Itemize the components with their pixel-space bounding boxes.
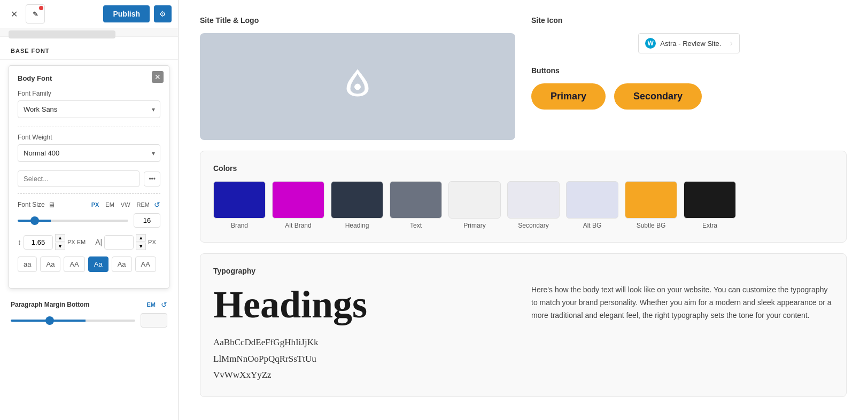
top-bar: ✕ ✎ Publish ⚙ bbox=[0, 0, 178, 28]
para-margin-slider[interactable] bbox=[11, 320, 135, 322]
primary-button-example[interactable]: Primary bbox=[531, 83, 606, 110]
font-size-reset[interactable]: ↺ bbox=[154, 200, 160, 209]
color-swatch bbox=[272, 181, 324, 219]
lh-unit: PX EM bbox=[67, 239, 86, 245]
font-size-slider-row bbox=[18, 213, 160, 228]
settings-button[interactable]: ⚙ bbox=[154, 5, 172, 22]
variant-row: ••• bbox=[18, 170, 160, 187]
body-text-preview: Here's how the body text will look like … bbox=[531, 284, 833, 322]
colors-grid: Brand Alt Brand Heading Text Primary Sec… bbox=[213, 181, 833, 229]
line-height-row: ↕ ▲ ▼ PX EM A| ▲ ▼ PX bbox=[18, 234, 160, 250]
buttons-section: Buttons Primary Secondary bbox=[531, 66, 847, 110]
unit-em[interactable]: EM bbox=[103, 200, 117, 209]
edit-icon: ✎ bbox=[33, 10, 38, 18]
color-label: Heading bbox=[345, 222, 369, 229]
para-reset[interactable]: ↺ bbox=[161, 300, 167, 309]
unit-rem[interactable]: REM bbox=[135, 200, 152, 209]
para-margin-input[interactable] bbox=[141, 313, 167, 328]
transform-capitalize-2[interactable]: Aa bbox=[88, 256, 108, 272]
color-label: Secondary bbox=[518, 222, 548, 229]
edit-button[interactable]: ✎ bbox=[26, 4, 45, 24]
publish-button[interactable]: Publish bbox=[103, 5, 150, 22]
airbnb-logo-icon bbox=[336, 65, 379, 108]
site-title-label: Site Title & Logo bbox=[200, 16, 515, 25]
close-button[interactable]: ✕ bbox=[6, 6, 21, 21]
variant-input[interactable] bbox=[18, 170, 140, 187]
typography-label: Typography bbox=[213, 267, 833, 275]
font-size-label: Font Size 🖥 bbox=[18, 201, 55, 209]
lh-up[interactable]: ▲ bbox=[55, 234, 65, 242]
typography-section: Typography Headings AaBbCcDdEeFfGgHhIiJj… bbox=[200, 253, 847, 397]
site-header-row: Site Title & Logo Site Icon W Astra - Re… bbox=[200, 16, 847, 140]
base-font-section: BASE FONT bbox=[0, 37, 178, 60]
para-unit-em[interactable]: EM bbox=[145, 300, 158, 309]
letter-spacing-input[interactable] bbox=[104, 235, 134, 250]
color-swatch bbox=[390, 181, 442, 219]
color-item[interactable]: Text bbox=[390, 181, 442, 229]
color-label: Brand bbox=[231, 222, 248, 229]
color-item[interactable]: Secondary bbox=[507, 181, 560, 229]
color-swatch bbox=[684, 181, 736, 219]
color-item[interactable]: Primary bbox=[448, 181, 501, 229]
panel-title: Body Font bbox=[18, 74, 160, 82]
unit-px[interactable]: PX bbox=[89, 200, 102, 209]
alphabet-text: AaBbCcDdEeFfGgHhIiJjKkLlMmNnOoPpQqRrSsTt… bbox=[213, 335, 515, 384]
settings-icon: ⚙ bbox=[159, 10, 166, 18]
color-label: Extra bbox=[702, 222, 717, 229]
color-label: Alt Brand bbox=[285, 222, 311, 229]
color-item[interactable]: Heading bbox=[331, 181, 383, 229]
transform-capitalize-1[interactable]: Aa bbox=[40, 256, 60, 272]
color-item[interactable]: Brand bbox=[213, 181, 266, 229]
para-slider-row bbox=[11, 313, 167, 328]
transform-smallcaps[interactable]: AA bbox=[135, 256, 156, 272]
para-units: EM ↺ bbox=[145, 300, 168, 309]
ls-up[interactable]: ▲ bbox=[136, 234, 146, 242]
colors-label: Colors bbox=[213, 164, 833, 173]
color-item[interactable]: Extra bbox=[684, 181, 736, 229]
right-content: Site Title & Logo Site Icon W Astra - Re… bbox=[179, 0, 868, 420]
transform-aa[interactable]: aa bbox=[18, 256, 37, 272]
body-preview: Here's how the body text will look like … bbox=[531, 284, 833, 322]
font-size-row: Font Size 🖥 PX EM VW REM ↺ bbox=[18, 200, 160, 209]
letter-spacing-group: A| ▲ ▼ PX bbox=[95, 234, 156, 250]
color-label: Subtle BG bbox=[637, 222, 666, 229]
color-swatch bbox=[625, 181, 677, 219]
secondary-button-example[interactable]: Secondary bbox=[614, 83, 702, 110]
line-height-input[interactable] bbox=[24, 235, 53, 250]
button-examples: Primary Secondary bbox=[531, 83, 847, 110]
transform-uppercase[interactable]: AA bbox=[64, 256, 84, 272]
transform-capitalize-3[interactable]: Aa bbox=[112, 256, 132, 272]
more-options-button[interactable]: ••• bbox=[144, 172, 160, 186]
font-size-input[interactable] bbox=[134, 213, 160, 228]
font-weight-wrapper: Normal 400 bbox=[18, 144, 160, 162]
headings-text: Headings bbox=[213, 284, 515, 326]
color-item[interactable]: Alt Brand bbox=[272, 181, 324, 229]
color-item[interactable]: Alt BG bbox=[566, 181, 618, 229]
font-weight-label: Font Weight bbox=[18, 134, 160, 141]
para-label-row: Paragraph Margin Bottom EM ↺ bbox=[11, 300, 167, 309]
lh-down[interactable]: ▼ bbox=[55, 243, 65, 250]
base-font-label: BASE FONT bbox=[11, 48, 50, 54]
line-height-icon: ↕ bbox=[18, 238, 21, 246]
colors-section: Colors Brand Alt Brand Heading Text Prim… bbox=[200, 151, 847, 243]
font-family-label: Font Family bbox=[18, 90, 160, 97]
site-name-text: Astra - Review Site. bbox=[660, 40, 721, 48]
line-height-group: ↕ ▲ ▼ PX EM bbox=[18, 234, 86, 250]
font-size-slider[interactable] bbox=[18, 220, 128, 222]
color-label: Alt BG bbox=[583, 222, 602, 229]
color-swatch bbox=[566, 181, 618, 219]
color-swatch bbox=[331, 181, 383, 219]
font-weight-select[interactable]: Normal 400 bbox=[18, 144, 160, 162]
para-margin-section: Paragraph Margin Bottom EM ↺ bbox=[0, 294, 178, 334]
unit-vw[interactable]: VW bbox=[119, 200, 133, 209]
site-icon-input[interactable]: W Astra - Review Site. › bbox=[638, 33, 739, 53]
para-margin-label: Paragraph Margin Bottom bbox=[11, 301, 89, 308]
color-item[interactable]: Subtle BG bbox=[625, 181, 677, 229]
panel-close-button[interactable]: ✕ bbox=[152, 71, 164, 83]
font-family-select[interactable]: Work Sans bbox=[18, 100, 160, 118]
site-icon-label: Site Icon bbox=[531, 16, 847, 25]
ls-down[interactable]: ▼ bbox=[136, 243, 146, 250]
typography-grid: Headings AaBbCcDdEeFfGgHhIiJjKkLlMmNnOoP… bbox=[213, 284, 833, 384]
font-family-wrapper: Work Sans bbox=[18, 100, 160, 118]
wp-logo-icon: W bbox=[645, 38, 656, 49]
